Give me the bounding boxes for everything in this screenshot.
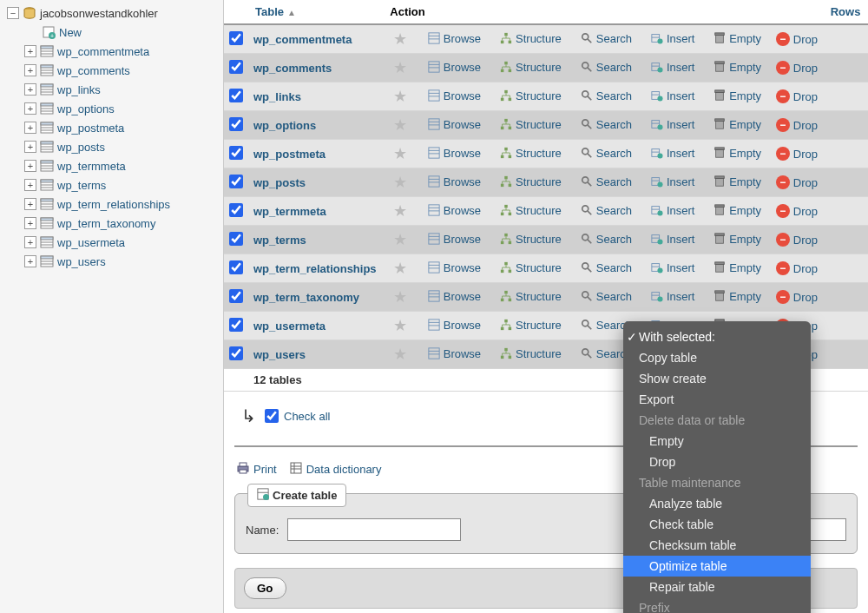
browse-link[interactable]: Browse <box>424 117 484 131</box>
row-checkbox[interactable] <box>229 346 243 360</box>
browse-link[interactable]: Browse <box>424 346 484 360</box>
favorite-star-icon[interactable]: ★ <box>388 288 412 306</box>
row-checkbox[interactable] <box>229 175 243 188</box>
tree-table[interactable]: + wp_links <box>0 80 223 99</box>
tree-table[interactable]: + wp_options <box>0 99 223 118</box>
expand-icon[interactable]: + <box>24 160 36 172</box>
header-rows[interactable]: Rows <box>824 0 868 24</box>
tree-database[interactable]: − jacobsonwestandkohler <box>0 3 223 23</box>
expand-icon[interactable]: + <box>24 141 36 153</box>
print-link[interactable]: Print <box>236 461 277 478</box>
favorite-star-icon[interactable]: ★ <box>388 88 412 105</box>
row-checkbox[interactable] <box>229 146 243 160</box>
dd-repair[interactable]: Repair table <box>623 577 811 597</box>
table-name-link[interactable]: wp_users <box>253 348 306 361</box>
tree-table[interactable]: + wp_term_relationships <box>0 194 223 214</box>
expand-icon[interactable]: + <box>24 64 36 76</box>
structure-link[interactable]: Structure <box>496 318 565 332</box>
drop-link[interactable]: −Drop <box>776 261 818 275</box>
favorite-star-icon[interactable]: ★ <box>388 30 412 48</box>
drop-link[interactable]: −Drop <box>776 290 818 304</box>
search-link[interactable]: Search <box>576 203 635 217</box>
insert-link[interactable]: Insert <box>647 146 699 160</box>
favorite-star-icon[interactable]: ★ <box>388 260 412 277</box>
browse-link[interactable]: Browse <box>424 318 484 332</box>
check-all-checkbox[interactable] <box>265 409 279 423</box>
insert-link[interactable]: Insert <box>647 260 699 274</box>
browse-link[interactable]: Browse <box>424 289 484 303</box>
insert-link[interactable]: Insert <box>647 232 699 246</box>
row-checkbox[interactable] <box>229 31 243 45</box>
browse-link[interactable]: Browse <box>424 60 484 74</box>
table-name-link[interactable]: wp_postmeta <box>253 148 326 161</box>
tree-table[interactable]: + wp_postmeta <box>0 118 223 137</box>
search-link[interactable]: Search <box>576 175 635 188</box>
empty-link[interactable]: Empty <box>709 117 765 131</box>
search-link[interactable]: Search <box>576 117 635 131</box>
structure-link[interactable]: Structure <box>496 346 565 360</box>
row-checkbox[interactable] <box>229 318 243 332</box>
expand-icon[interactable]: + <box>24 217 36 229</box>
empty-link[interactable]: Empty <box>709 146 765 160</box>
browse-link[interactable]: Browse <box>424 146 484 160</box>
row-checkbox[interactable] <box>229 203 243 217</box>
drop-link[interactable]: −Drop <box>776 147 818 161</box>
dd-copy-table[interactable]: Copy table <box>623 347 811 368</box>
tree-table[interactable]: + wp_comments <box>0 61 223 80</box>
favorite-star-icon[interactable]: ★ <box>388 202 412 220</box>
tree-table[interactable]: + wp_users <box>0 252 223 271</box>
tree-new[interactable]: + New <box>0 23 223 42</box>
table-name-link[interactable]: wp_termmeta <box>253 205 326 218</box>
insert-link[interactable]: Insert <box>647 60 699 74</box>
go-button[interactable]: Go <box>244 577 286 599</box>
insert-link[interactable]: Insert <box>647 89 699 102</box>
dd-with-selected[interactable]: With selected: <box>623 326 811 347</box>
favorite-star-icon[interactable]: ★ <box>388 145 412 162</box>
dd-export[interactable]: Export <box>623 389 811 410</box>
structure-link[interactable]: Structure <box>496 117 565 131</box>
header-table[interactable]: Table▲ <box>248 0 383 24</box>
structure-link[interactable]: Structure <box>496 89 565 102</box>
drop-link[interactable]: −Drop <box>776 175 818 189</box>
search-link[interactable]: Search <box>576 289 635 303</box>
expand-icon[interactable]: + <box>24 83 36 96</box>
drop-link[interactable]: −Drop <box>776 204 818 218</box>
expand-icon[interactable]: + <box>24 122 36 134</box>
expand-icon[interactable]: + <box>24 236 36 248</box>
structure-link[interactable]: Structure <box>496 203 565 217</box>
expand-icon[interactable]: + <box>24 255 36 267</box>
table-name-link[interactable]: wp_commentmeta <box>253 33 352 46</box>
table-name-link[interactable]: wp_terms <box>253 234 306 247</box>
search-link[interactable]: Search <box>576 31 635 45</box>
browse-link[interactable]: Browse <box>424 203 484 217</box>
expand-icon[interactable]: + <box>24 102 36 115</box>
row-checkbox[interactable] <box>229 117 243 131</box>
empty-link[interactable]: Empty <box>709 31 765 45</box>
favorite-star-icon[interactable]: ★ <box>388 231 412 248</box>
dd-optimize[interactable]: Optimize table <box>623 556 811 577</box>
search-link[interactable]: Search <box>576 146 635 160</box>
table-name-link[interactable]: wp_term_taxonomy <box>253 291 359 304</box>
row-checkbox[interactable] <box>229 260 243 274</box>
table-name-link[interactable]: wp_links <box>253 90 301 103</box>
empty-link[interactable]: Empty <box>709 175 765 188</box>
tree-table[interactable]: + wp_term_taxonomy <box>0 214 223 233</box>
search-link[interactable]: Search <box>576 260 635 274</box>
browse-link[interactable]: Browse <box>424 260 484 274</box>
with-selected-dropdown[interactable]: With selected: Copy table Show create Ex… <box>623 321 811 613</box>
favorite-star-icon[interactable]: ★ <box>388 317 412 334</box>
favorite-star-icon[interactable]: ★ <box>388 59 412 76</box>
search-link[interactable]: Search <box>576 232 635 246</box>
row-checkbox[interactable] <box>229 232 243 246</box>
empty-link[interactable]: Empty <box>709 89 765 102</box>
dd-show-create[interactable]: Show create <box>623 368 811 389</box>
expand-icon[interactable]: + <box>24 179 36 191</box>
dd-drop[interactable]: Drop <box>623 452 811 472</box>
search-link[interactable]: Search <box>576 89 635 102</box>
name-input[interactable] <box>287 518 461 541</box>
empty-link[interactable]: Empty <box>709 232 765 246</box>
browse-link[interactable]: Browse <box>424 31 484 45</box>
check-all-label[interactable]: Check all <box>265 409 330 423</box>
insert-link[interactable]: Insert <box>647 117 699 131</box>
insert-link[interactable]: Insert <box>647 31 699 45</box>
